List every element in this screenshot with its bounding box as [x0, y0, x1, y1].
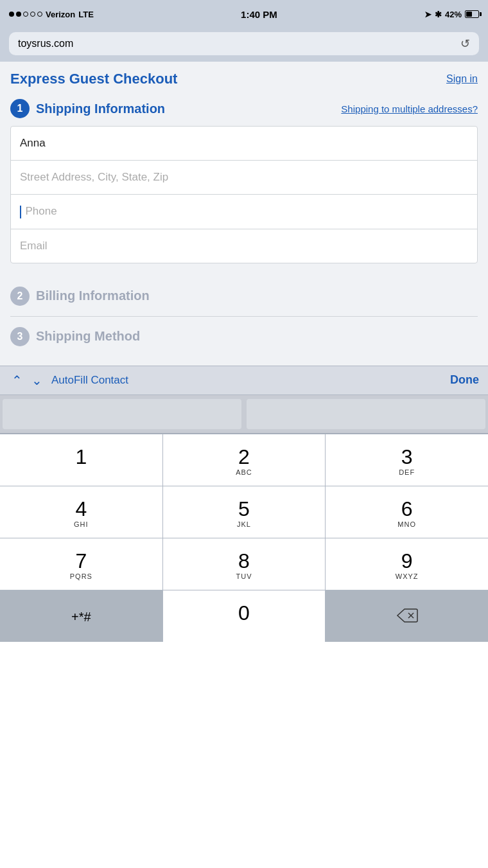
signal-dot-5 — [37, 12, 42, 17]
multi-address-link[interactable]: Shipping to multiple addresses? — [341, 103, 478, 114]
name-field-container[interactable] — [11, 127, 477, 161]
nav-arrows: ⌃ ⌄ — [9, 373, 45, 388]
autofill-toolbar: ⌃ ⌄ AutoFill Contact Done — [0, 366, 488, 395]
carrier-label: Verizon — [46, 10, 75, 19]
reload-icon[interactable]: ↺ — [460, 37, 470, 51]
step-2-badge: 2 — [10, 287, 30, 306]
key-backspace[interactable] — [326, 590, 488, 642]
location-icon: ➤ — [424, 10, 431, 19]
key-8[interactable]: 8 TUV — [163, 538, 326, 590]
key-symbols[interactable]: +*# — [0, 590, 163, 642]
shipping-method-title: Shipping Method — [36, 329, 140, 344]
numeric-keyboard: 1 2 ABC 3 DEF 4 GHI 5 JKL 6 MNO 7 PQRS — [0, 434, 488, 642]
step-1-badge: 1 — [10, 99, 30, 118]
done-button[interactable]: Done — [450, 373, 479, 387]
battery-icon — [465, 10, 479, 18]
key-4[interactable]: 4 GHI — [0, 486, 163, 538]
address-input[interactable] — [20, 171, 468, 184]
key-0[interactable]: 0 — [163, 590, 326, 642]
billing-section-title: Billing Information — [36, 288, 150, 303]
bluetooth-icon: ✱ — [435, 10, 442, 19]
key-6[interactable]: 6 MNO — [326, 486, 488, 538]
name-input[interactable] — [20, 137, 468, 150]
url-text: toysrus.com — [18, 38, 73, 49]
header-row: Express Guest Checkout Sign in — [10, 71, 478, 87]
key-9[interactable]: 9 WXYZ — [326, 538, 488, 590]
autofill-suggestions[interactable] — [0, 395, 488, 434]
email-input[interactable] — [20, 240, 468, 252]
next-field-button[interactable]: ⌄ — [29, 373, 45, 388]
sign-in-link[interactable]: Sign in — [446, 73, 478, 85]
signal-dot-4 — [30, 12, 35, 17]
backspace-icon — [396, 608, 418, 627]
text-cursor — [20, 206, 21, 218]
signal-dots — [9, 12, 42, 17]
address-field-container[interactable] — [11, 161, 477, 195]
key-7[interactable]: 7 PQRS — [0, 538, 163, 590]
battery-percent: 42% — [445, 10, 462, 19]
shipping-section-header: 1 Shipping Information Shipping to multi… — [10, 99, 478, 118]
url-bar[interactable]: toysrus.com ↺ — [0, 28, 488, 62]
phone-input[interactable] — [25, 205, 467, 218]
key-5[interactable]: 5 JKL — [163, 486, 326, 538]
keyboard-row-1: 1 2 ABC 3 DEF — [0, 434, 488, 486]
autofill-label[interactable]: AutoFill Contact — [51, 374, 450, 387]
page-title: Express Guest Checkout — [10, 71, 177, 87]
status-bar: Verizon LTE 1:40 PM ➤ ✱ 42% — [0, 0, 488, 28]
status-time: 1:40 PM — [241, 9, 277, 20]
shipping-section-title: Shipping Information — [36, 102, 165, 116]
prev-field-button[interactable]: ⌃ — [9, 373, 25, 388]
signal-dot-2 — [16, 12, 21, 17]
key-1[interactable]: 1 — [0, 434, 163, 486]
keyboard-row-2: 4 GHI 5 JKL 6 MNO — [0, 486, 488, 538]
main-content: Express Guest Checkout Sign in 1 Shippin… — [0, 62, 488, 366]
network-label: LTE — [78, 10, 94, 19]
shipping-form — [10, 126, 478, 263]
key-3[interactable]: 3 DEF — [326, 434, 488, 486]
shipping-title-left: 1 Shipping Information — [10, 99, 165, 118]
step-3-badge: 3 — [10, 327, 30, 346]
phone-field-container[interactable] — [11, 195, 477, 229]
keyboard-row-3: 7 PQRS 8 TUV 9 WXYZ — [0, 538, 488, 590]
email-field-container[interactable] — [11, 229, 477, 263]
signal-dot-3 — [23, 12, 28, 17]
billing-section: 2 Billing Information — [10, 276, 478, 317]
url-input[interactable]: toysrus.com ↺ — [9, 32, 479, 55]
status-right: ➤ ✱ 42% — [424, 10, 479, 19]
key-2[interactable]: 2 ABC — [163, 434, 326, 486]
suggestion-left[interactable] — [3, 399, 241, 429]
shipping-method-section: 3 Shipping Method — [10, 317, 478, 357]
suggestion-right[interactable] — [247, 399, 485, 429]
signal-dot-1 — [9, 12, 14, 17]
keyboard-row-4: +*# 0 — [0, 590, 488, 642]
status-left: Verizon LTE — [9, 10, 94, 19]
